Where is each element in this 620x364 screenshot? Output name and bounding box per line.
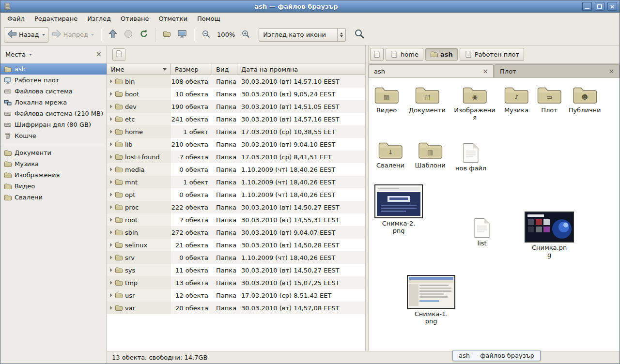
expander-icon[interactable] [110, 105, 112, 108]
sidebar-item[interactable]: Шифриран дял (80 GB) [0, 119, 107, 130]
sidebar-item[interactable]: Кошче [0, 130, 107, 141]
expander-icon[interactable] [110, 230, 112, 234]
expander-icon[interactable] [110, 218, 112, 222]
expander-icon[interactable] [110, 193, 112, 197]
places-dropdown-icon[interactable] [29, 54, 32, 56]
spinner-arrows-icon[interactable] [337, 29, 345, 41]
path-root-button[interactable] [370, 48, 384, 61]
tab-Плот[interactable]: Плот × [495, 64, 620, 77]
table-row[interactable]: boot 10 обекта Папка 30.03.2010 (вт) 9,0… [107, 88, 365, 100]
table-row[interactable]: home 1 обект Папка 17.03.2010 (ср) 10,38… [107, 125, 365, 138]
up-button[interactable] [105, 27, 121, 43]
icon-view-item[interactable]: Снимка.png [525, 212, 574, 259]
expander-icon[interactable] [110, 256, 112, 259]
home-button[interactable] [159, 27, 174, 43]
expander-icon[interactable] [110, 167, 112, 171]
table-row[interactable]: opt 0 обекта Папка 1.10.2009 (чт) 18,40,… [107, 188, 365, 201]
close-button[interactable]: × [607, 2, 617, 11]
icon-view[interactable]: ▦ Видео ▤ Документи ◉ Изображения ♪ Музи… [369, 78, 620, 351]
expander-icon[interactable] [110, 180, 112, 184]
table-row[interactable]: sys 11 обекта Папка 30.03.2010 (вт) 14,5… [107, 264, 365, 276]
zoom-out-button[interactable] [198, 27, 214, 43]
menu-item[interactable]: Файл [2, 14, 30, 24]
expander-icon[interactable] [110, 155, 112, 159]
icon-view-item[interactable]: ☻ Публични [569, 86, 601, 114]
table-row[interactable]: bin 108 обекта Папка 30.03.2010 (вт) 14,… [107, 75, 365, 88]
icon-view-item[interactable]: ◉ Изображения [453, 86, 496, 121]
column-header[interactable]: Име [107, 63, 171, 75]
back-button[interactable]: Назад [4, 27, 48, 43]
pane-splitter[interactable] [365, 46, 369, 351]
table-row[interactable]: media 0 обекта Папка 1.10.2009 (чт) 18,4… [107, 163, 365, 176]
table-row[interactable]: dev 190 обекта Папка 30.03.2010 (вт) 14,… [107, 100, 365, 113]
expander-icon[interactable] [110, 243, 112, 247]
path-button-home[interactable]: home [386, 48, 423, 61]
menu-item[interactable]: Редактиране [30, 14, 82, 24]
expander-icon[interactable] [110, 92, 112, 96]
table-row[interactable]: selinux 21 обекта Папка 30.03.2010 (вт) … [107, 239, 365, 251]
menu-item[interactable]: Помощ [192, 14, 225, 24]
icon-view-item[interactable]: ▥ Шаблони [415, 141, 446, 169]
expander-icon[interactable] [110, 117, 112, 121]
forward-button[interactable]: Напред [48, 27, 97, 43]
sidebar-item[interactable]: Изображения [0, 169, 107, 181]
column-header[interactable]: Дата на промяна [237, 63, 365, 75]
expander-icon[interactable] [110, 281, 112, 285]
table-row[interactable]: srv 0 обекта Папка 1.10.2009 (чт) 18,40,… [107, 251, 365, 264]
table-row[interactable]: usr 12 обекта Папка 17.03.2010 (ср) 8,51… [107, 289, 365, 302]
expander-icon[interactable] [110, 306, 112, 310]
sidebar-item[interactable]: Локална мрежа [0, 97, 107, 108]
icon-view-item[interactable]: нов файл [455, 143, 486, 172]
table-row[interactable]: lost+found ? обекта Папка 17.03.2010 (ср… [107, 151, 365, 163]
expander-icon[interactable] [110, 268, 112, 272]
table-row[interactable]: proc 222 обекта Папка 30.03.2010 (вт) 14… [107, 201, 365, 213]
table-row[interactable]: root ? обекта Папка 30.03.2010 (вт) 14,5… [107, 213, 365, 226]
sidebar-item[interactable]: ash [0, 63, 107, 75]
sidebar-item[interactable]: Документи [0, 147, 107, 158]
icon-view-item[interactable]: ↓ Свалени [376, 141, 404, 169]
titlebar[interactable]: ash — файлов браузър × [0, 0, 620, 13]
reload-button[interactable] [136, 27, 152, 43]
table-row[interactable]: var 20 обекта Папка 30.03.2010 (вт) 14,5… [107, 302, 365, 314]
table-row[interactable]: lib 210 обекта Папка 30.03.2010 (вт) 9,0… [107, 138, 365, 151]
table-row[interactable]: mnt 1 обект Папка 1.10.2009 (чт) 18,40,2… [107, 176, 365, 188]
column-header[interactable]: Размер [171, 63, 212, 75]
sidebar-item[interactable]: Видео [0, 181, 107, 192]
path-button-Работен плот[interactable]: Работен плот [460, 48, 524, 61]
expander-icon[interactable] [110, 79, 112, 83]
sidebar-item[interactable]: Музика [0, 158, 107, 169]
search-button[interactable] [351, 27, 368, 43]
places-title[interactable]: Места [5, 51, 26, 58]
table-row[interactable]: sbin 272 обекта Папка 30.03.2010 (вт) 9,… [107, 226, 365, 239]
menu-item[interactable]: Отметки [154, 14, 192, 24]
sidebar-close-button[interactable]: × [96, 51, 102, 58]
expander-icon[interactable] [110, 293, 112, 297]
column-header[interactable]: Вид [212, 63, 237, 75]
menu-item[interactable]: Отиване [116, 14, 154, 24]
sidebar-item[interactable]: Файлова система [0, 86, 107, 97]
maximize-button[interactable] [595, 2, 604, 11]
path-button-ash[interactable]: ash [425, 48, 458, 61]
expander-icon[interactable] [110, 205, 112, 209]
icon-view-item[interactable]: ▤ Документи [409, 86, 446, 114]
icon-view-item[interactable]: Снимка-1.png [407, 275, 455, 325]
sidebar-item[interactable]: Файлова система (210 MB) [0, 108, 107, 119]
table-row[interactable]: etc 241 обекта Папка 30.03.2010 (вт) 14,… [107, 113, 365, 125]
table-row[interactable]: tmp 13 обекта Папка 30.03.2010 (вт) 15,0… [107, 276, 365, 289]
computer-button[interactable] [174, 27, 190, 43]
view-mode-select[interactable]: Изглед като икони [259, 28, 346, 42]
menu-item[interactable]: Изглед [82, 14, 116, 24]
zoom-in-button[interactable] [238, 27, 254, 43]
icon-view-item[interactable]: list [474, 218, 490, 247]
sidebar-item[interactable]: Свалени [0, 192, 107, 203]
sidebar-item[interactable]: Работен плот [0, 75, 107, 86]
root-location-button[interactable] [112, 48, 125, 61]
tab-close-button[interactable]: × [608, 68, 614, 75]
expander-icon[interactable] [110, 130, 112, 134]
minimize-button[interactable] [582, 2, 592, 11]
expander-icon[interactable] [110, 142, 112, 146]
tab-ash[interactable]: ash × [369, 64, 494, 77]
icon-view-item[interactable]: ♪ Музика [504, 86, 529, 114]
stop-button[interactable] [121, 27, 136, 43]
icon-view-item[interactable]: ▦ Видео [374, 86, 399, 114]
